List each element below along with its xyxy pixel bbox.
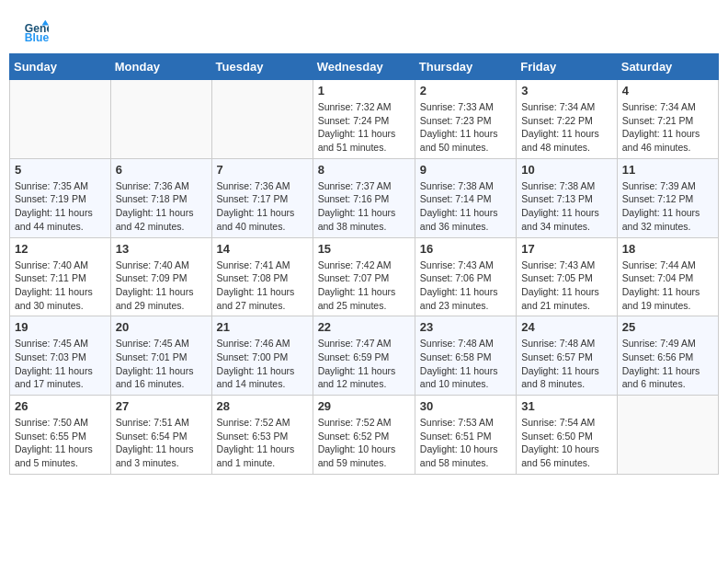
day-info: Sunrise: 7:32 AM Sunset: 7:24 PM Dayligh… xyxy=(318,100,410,155)
daylight-text: Daylight: 11 hours and 16 minutes. xyxy=(116,365,194,390)
daylight-text: Daylight: 11 hours and 5 minutes. xyxy=(15,443,93,468)
day-number: 12 xyxy=(15,242,106,256)
daylight-text: Daylight: 11 hours and 12 minutes. xyxy=(318,365,396,390)
daylight-text: Daylight: 11 hours and 48 minutes. xyxy=(521,128,599,153)
sunset-text: Sunset: 6:59 PM xyxy=(318,351,390,362)
sunrise-text: Sunrise: 7:32 AM xyxy=(318,101,392,112)
sunset-text: Sunset: 7:01 PM xyxy=(116,351,188,362)
daylight-text: Daylight: 11 hours and 17 minutes. xyxy=(15,365,93,390)
sunrise-text: Sunrise: 7:46 AM xyxy=(217,338,290,349)
day-number: 29 xyxy=(318,399,410,413)
sunset-text: Sunset: 6:55 PM xyxy=(15,431,86,442)
sunrise-text: Sunrise: 7:36 AM xyxy=(217,180,290,191)
calendar-week-row: 1 Sunrise: 7:32 AM Sunset: 7:24 PM Dayli… xyxy=(10,80,719,159)
day-info: Sunrise: 7:38 AM Sunset: 7:13 PM Dayligh… xyxy=(521,179,612,234)
day-number: 27 xyxy=(116,399,207,413)
day-info: Sunrise: 7:43 AM Sunset: 7:05 PM Dayligh… xyxy=(521,259,612,313)
calendar-day-cell xyxy=(110,80,211,159)
day-info: Sunrise: 7:49 AM Sunset: 6:56 PM Dayligh… xyxy=(622,337,713,391)
daylight-text: Daylight: 11 hours and 27 minutes. xyxy=(217,286,295,311)
sunrise-text: Sunrise: 7:38 AM xyxy=(420,180,494,191)
calendar-day-cell: 28 Sunrise: 7:52 AM Sunset: 6:53 PM Dayl… xyxy=(211,396,313,475)
sunset-text: Sunset: 6:50 PM xyxy=(521,431,593,442)
sunrise-text: Sunrise: 7:51 AM xyxy=(116,417,189,428)
calendar-day-cell xyxy=(211,80,313,159)
calendar-week-row: 12 Sunrise: 7:40 AM Sunset: 7:11 PM Dayl… xyxy=(10,237,719,316)
calendar-table: SundayMondayTuesdayWednesdayThursdayFrid… xyxy=(9,53,719,475)
sunrise-text: Sunrise: 7:52 AM xyxy=(318,417,392,428)
calendar-week-row: 19 Sunrise: 7:45 AM Sunset: 7:03 PM Dayl… xyxy=(10,316,719,396)
day-number: 9 xyxy=(420,163,511,177)
sunrise-text: Sunrise: 7:52 AM xyxy=(217,417,290,428)
logo: General Blue xyxy=(23,18,49,44)
day-number: 17 xyxy=(521,242,612,256)
sunset-text: Sunset: 7:16 PM xyxy=(318,193,390,204)
sunrise-text: Sunrise: 7:53 AM xyxy=(420,417,494,428)
day-number: 11 xyxy=(622,163,713,177)
svg-text:Blue: Blue xyxy=(25,31,49,44)
daylight-text: Daylight: 11 hours and 36 minutes. xyxy=(420,207,498,232)
sunset-text: Sunset: 6:57 PM xyxy=(521,351,593,362)
sunset-text: Sunset: 7:14 PM xyxy=(420,193,492,204)
day-number: 25 xyxy=(622,320,713,334)
sunrise-text: Sunrise: 7:49 AM xyxy=(622,338,696,349)
day-info: Sunrise: 7:44 AM Sunset: 7:04 PM Dayligh… xyxy=(622,259,713,313)
sunset-text: Sunset: 7:06 PM xyxy=(420,272,492,283)
sunrise-text: Sunrise: 7:39 AM xyxy=(622,180,696,191)
day-number: 23 xyxy=(420,320,511,334)
calendar-day-cell: 1 Sunrise: 7:32 AM Sunset: 7:24 PM Dayli… xyxy=(313,80,415,159)
day-header-monday: Monday xyxy=(110,54,211,80)
day-header-sunday: Sunday xyxy=(10,54,111,80)
day-info: Sunrise: 7:34 AM Sunset: 7:21 PM Dayligh… xyxy=(622,100,713,155)
day-number: 21 xyxy=(217,320,308,334)
logo-icon: General Blue xyxy=(23,18,49,44)
sunset-text: Sunset: 7:05 PM xyxy=(521,272,593,283)
day-header-tuesday: Tuesday xyxy=(211,54,313,80)
sunrise-text: Sunrise: 7:40 AM xyxy=(15,259,88,270)
day-number: 15 xyxy=(318,242,410,256)
day-number: 14 xyxy=(217,242,308,256)
day-info: Sunrise: 7:45 AM Sunset: 7:01 PM Dayligh… xyxy=(116,337,207,391)
day-info: Sunrise: 7:41 AM Sunset: 7:08 PM Dayligh… xyxy=(217,259,308,313)
daylight-text: Daylight: 11 hours and 6 minutes. xyxy=(622,365,700,390)
daylight-text: Daylight: 11 hours and 42 minutes. xyxy=(116,207,194,232)
calendar-day-cell: 30 Sunrise: 7:53 AM Sunset: 6:51 PM Dayl… xyxy=(415,396,516,475)
daylight-text: Daylight: 11 hours and 34 minutes. xyxy=(521,207,599,232)
daylight-text: Daylight: 11 hours and 3 minutes. xyxy=(116,443,194,468)
daylight-text: Daylight: 10 hours and 58 minutes. xyxy=(420,443,498,468)
page-header: General Blue xyxy=(9,9,719,49)
sunrise-text: Sunrise: 7:50 AM xyxy=(15,417,88,428)
daylight-text: Daylight: 11 hours and 44 minutes. xyxy=(15,207,93,232)
calendar-day-cell: 19 Sunrise: 7:45 AM Sunset: 7:03 PM Dayl… xyxy=(10,316,111,396)
sunset-text: Sunset: 7:11 PM xyxy=(15,272,86,283)
sunset-text: Sunset: 7:12 PM xyxy=(622,193,694,204)
day-number: 2 xyxy=(420,84,511,98)
day-number: 20 xyxy=(116,320,207,334)
sunrise-text: Sunrise: 7:36 AM xyxy=(116,180,189,191)
daylight-text: Daylight: 11 hours and 8 minutes. xyxy=(521,365,599,390)
sunrise-text: Sunrise: 7:40 AM xyxy=(116,259,189,270)
calendar-day-cell: 23 Sunrise: 7:48 AM Sunset: 6:58 PM Dayl… xyxy=(415,316,516,396)
sunrise-text: Sunrise: 7:33 AM xyxy=(420,101,494,112)
sunset-text: Sunset: 7:21 PM xyxy=(622,115,694,126)
sunset-text: Sunset: 6:58 PM xyxy=(420,351,492,362)
daylight-text: Daylight: 11 hours and 29 minutes. xyxy=(116,286,194,311)
day-info: Sunrise: 7:45 AM Sunset: 7:03 PM Dayligh… xyxy=(15,337,106,391)
calendar-day-cell: 5 Sunrise: 7:35 AM Sunset: 7:19 PM Dayli… xyxy=(10,158,111,237)
day-header-thursday: Thursday xyxy=(415,54,516,80)
day-number: 24 xyxy=(521,320,612,334)
calendar-day-cell: 14 Sunrise: 7:41 AM Sunset: 7:08 PM Dayl… xyxy=(211,237,313,316)
sunrise-text: Sunrise: 7:34 AM xyxy=(521,101,595,112)
sunset-text: Sunset: 6:56 PM xyxy=(622,351,694,362)
sunset-text: Sunset: 7:19 PM xyxy=(15,193,86,204)
day-number: 8 xyxy=(318,163,410,177)
daylight-text: Daylight: 10 hours and 56 minutes. xyxy=(521,443,599,468)
calendar-day-cell: 3 Sunrise: 7:34 AM Sunset: 7:22 PM Dayli… xyxy=(517,80,618,159)
day-header-wednesday: Wednesday xyxy=(313,54,415,80)
sunrise-text: Sunrise: 7:48 AM xyxy=(521,338,595,349)
daylight-text: Daylight: 11 hours and 21 minutes. xyxy=(521,286,599,311)
day-info: Sunrise: 7:34 AM Sunset: 7:22 PM Dayligh… xyxy=(521,100,612,155)
day-info: Sunrise: 7:52 AM Sunset: 6:52 PM Dayligh… xyxy=(318,416,410,470)
daylight-text: Daylight: 11 hours and 40 minutes. xyxy=(217,207,295,232)
calendar-day-cell: 9 Sunrise: 7:38 AM Sunset: 7:14 PM Dayli… xyxy=(415,158,516,237)
